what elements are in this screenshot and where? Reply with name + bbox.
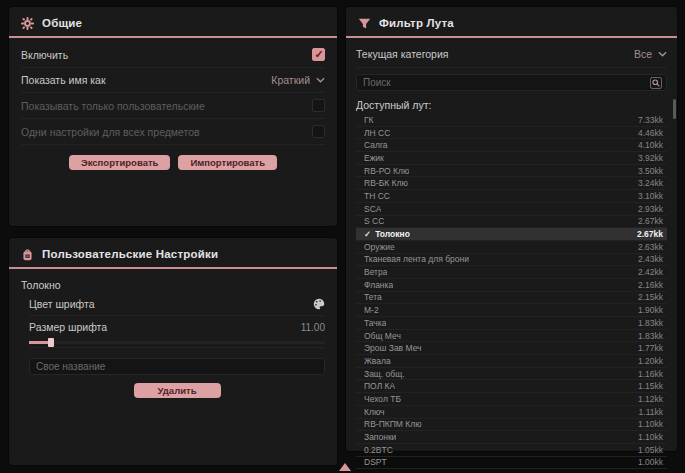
item-value: 1.90kk <box>638 305 663 315</box>
loot-list-item[interactable]: S СС2.67kk <box>356 216 667 229</box>
same-settings-label: Одни настройки для всех предметов <box>21 126 200 138</box>
font-size-value: 11.00 <box>301 322 325 333</box>
loot-list-item[interactable]: Фланка2.16kk <box>356 279 667 292</box>
item-name: Чехол ТБ <box>364 394 401 404</box>
loot-filter-overlay: Общие Включить Показать имя как Краткий … <box>0 0 685 473</box>
filter-funnel-icon <box>358 17 371 30</box>
user-settings-header: Пользовательские Настройки <box>9 242 337 266</box>
item-value: 1.15kk <box>638 381 663 391</box>
loot-list-item[interactable]: ТН СС3.10kk <box>356 190 667 203</box>
loot-filter-title: Фильтр Лута <box>379 17 454 29</box>
palette-icon[interactable] <box>313 298 325 310</box>
loot-list-item[interactable]: DSPT1.00kk <box>356 457 667 470</box>
item-value: 2.67kk <box>637 229 663 239</box>
item-value: 1.16kk <box>638 369 663 379</box>
loot-list-item[interactable]: Салга4.10kk <box>356 139 667 152</box>
general-panel: Общие Включить Показать имя как Краткий … <box>8 6 338 227</box>
category-select[interactable]: Все <box>634 48 667 60</box>
item-name: Ветра <box>364 267 387 277</box>
export-button[interactable]: Экспортировать <box>69 155 170 170</box>
font-color-label: Цвет шрифта <box>29 298 95 310</box>
item-name: Общ Меч <box>364 331 401 341</box>
item-name: RB-БК Клю <box>364 178 408 188</box>
loot-list-item[interactable]: 0.2BTC1.05kk <box>356 444 667 457</box>
item-value: 1.05kk <box>638 445 663 455</box>
item-value: 4.10kk <box>638 140 663 150</box>
custom-name-input[interactable] <box>29 358 325 375</box>
custom-only-checkbox[interactable] <box>312 99 325 112</box>
item-value: 2.67kk <box>638 216 663 226</box>
item-name: ЛН СС <box>364 128 390 138</box>
item-name: Жвала <box>364 356 391 366</box>
search-icon[interactable] <box>650 77 662 89</box>
loot-list-item[interactable]: Тачка1.83kk <box>356 317 667 330</box>
search-input[interactable] <box>356 74 667 91</box>
loot-list-item[interactable]: Жвала1.20kk <box>356 355 667 368</box>
loot-list-item[interactable]: Чехол ТБ1.12kk <box>356 393 667 406</box>
item-name: Ежик <box>364 153 384 163</box>
custom-only-label: Показывать только пользовательские <box>21 100 205 112</box>
item-name: RB-ПКПМ Клю <box>364 419 422 429</box>
check-icon: ✓ <box>364 229 371 239</box>
delete-button[interactable]: Удалить <box>134 383 221 398</box>
loot-list: ГК7.33kkЛН СС4.46kkСалга4.10kkЕжик3.92kk… <box>356 114 667 469</box>
gear-icon <box>21 17 34 30</box>
enable-checkbox[interactable] <box>312 48 325 61</box>
item-name: ПОЛ КА <box>364 381 395 391</box>
item-name: DSPT <box>364 457 387 467</box>
loot-list-item[interactable]: ПОЛ КА1.15kk <box>356 380 667 393</box>
loot-list-item[interactable]: Защ. общ.1.16kk <box>356 368 667 381</box>
item-value: 1.00kk <box>638 457 663 467</box>
item-name: ✓Толокно <box>364 229 410 239</box>
item-value: 3.10kk <box>638 191 663 201</box>
item-name: Салга <box>364 140 388 150</box>
loot-list-item[interactable]: RB-ПКПМ Клю1.10kk <box>356 419 667 432</box>
loot-list-item[interactable]: Тканевая лента для брони2.43kk <box>356 254 667 267</box>
loot-list-item[interactable]: Общ Меч1.83kk <box>356 330 667 343</box>
item-name: Тканевая лента для брони <box>364 254 469 264</box>
scrollbar-thumb[interactable] <box>673 99 676 119</box>
loot-list-item[interactable]: М-21.90kk <box>356 304 667 317</box>
loot-list-item[interactable]: Ключ1.11kk <box>356 406 667 419</box>
item-value: 1.10kk <box>638 419 663 429</box>
loot-list-item[interactable]: Ежик3.92kk <box>356 152 667 165</box>
item-value: 1.10kk <box>638 432 663 442</box>
import-button[interactable]: Импортировать <box>178 155 277 170</box>
slider-handle[interactable] <box>48 338 54 347</box>
loot-list-item[interactable]: Оружие2.63kk <box>356 241 667 254</box>
item-name: Тета <box>364 292 382 302</box>
loot-filter-header: Фильтр Лута <box>346 11 677 35</box>
item-value: 1.12kk <box>638 394 663 404</box>
chevron-down-icon <box>658 51 667 57</box>
loot-list-item[interactable]: RB-РО Клю3.50kk <box>356 165 667 178</box>
slider-track[interactable] <box>29 341 325 344</box>
item-value: 1.20kk <box>638 356 663 366</box>
item-name: М-2 <box>364 305 379 315</box>
loot-list-item[interactable]: Запонки1.10kk <box>356 431 667 444</box>
loot-list-item[interactable]: ЛН СС4.46kk <box>356 127 667 140</box>
name-mode-select[interactable]: Краткий <box>271 74 325 86</box>
general-panel-header: Общие <box>9 11 337 35</box>
setting-row-name-mode: Показать имя как Краткий <box>21 68 325 93</box>
loot-list-item[interactable]: Ветра2.42kk <box>356 266 667 279</box>
enable-label: Включить <box>21 49 68 61</box>
loot-list-item[interactable]: ✓Толокно2.67kk <box>356 228 667 241</box>
item-name: Оружие <box>364 242 395 252</box>
item-name: Защ. общ. <box>364 369 405 379</box>
collapse-handle-icon[interactable] <box>339 463 351 471</box>
item-name: Эрош Зав Меч <box>364 343 422 353</box>
font-size-slider[interactable] <box>29 338 325 348</box>
item-value: 3.92kk <box>638 153 663 163</box>
loot-list-item[interactable]: ГК7.33kk <box>356 114 667 127</box>
loot-list-item[interactable]: SCA2.93kk <box>356 203 667 216</box>
item-value: 2.16kk <box>638 280 663 290</box>
loot-list-item[interactable]: Эрош Зав Меч1.77kk <box>356 342 667 355</box>
item-name: 0.2BTC <box>364 445 393 455</box>
general-panel-title: Общие <box>42 17 82 29</box>
same-settings-checkbox[interactable] <box>312 125 325 138</box>
item-name: Фланка <box>364 280 393 290</box>
loot-list-item[interactable]: RB-БК Клю3.24kk <box>356 177 667 190</box>
item-value: 7.33kk <box>638 115 663 125</box>
category-row: Текущая категория Все <box>356 40 667 68</box>
loot-list-item[interactable]: Тета2.15kk <box>356 292 667 305</box>
